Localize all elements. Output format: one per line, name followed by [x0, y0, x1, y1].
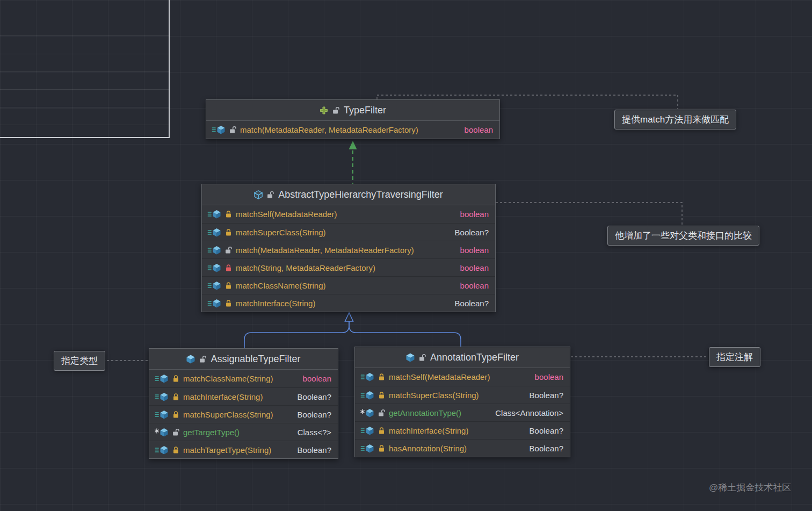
private-lock-icon	[225, 264, 232, 272]
interface-icon	[320, 106, 328, 115]
method-row[interactable]: matchTargetType(String) Boolean?	[149, 441, 338, 458]
method-icon	[360, 372, 374, 382]
method-row[interactable]: hasAnnotation(String) Boolean?	[355, 439, 570, 457]
method-icon	[212, 125, 226, 134]
row-divider	[0, 125, 169, 125]
class-node-assignable[interactable]: AssignableTypeFilter matchClassName(Stri…	[149, 348, 338, 459]
class-title: AssignableTypeFilter	[211, 354, 300, 365]
class-header: TypeFilter	[206, 100, 499, 121]
class-node-annotation[interactable]: AnnotationTypeFilter matchSelf(MetadataR…	[354, 347, 570, 457]
note-hierarchy[interactable]: 他增加了一些对父类和接口的比较	[607, 226, 759, 246]
method-return-type: Boolean?	[298, 410, 331, 419]
note-annotation[interactable]: 指定注解	[709, 347, 760, 367]
class-icon	[186, 355, 195, 364]
class-header: AssignableTypeFilter	[149, 349, 338, 370]
clipped-diagram-node	[0, 0, 170, 138]
method-row[interactable]: matchClassName(String) boolean	[202, 276, 495, 294]
method-return-type: Boolean?	[530, 444, 563, 453]
method-return-type: Boolean?	[298, 392, 331, 401]
public-lock-icon	[419, 354, 426, 362]
note-edge-abstract	[496, 203, 682, 225]
method-return-type: Class<?>	[298, 428, 331, 437]
method-signature: matchClassName(String)	[183, 374, 273, 383]
public-lock-icon	[378, 409, 385, 417]
method-icon	[207, 281, 221, 290]
diagram-canvas[interactable]: TypeFilter match(MetadataReader, Metadat…	[0, 0, 812, 511]
row-divider	[0, 71, 169, 72]
method-icon	[207, 246, 221, 255]
method-icon	[360, 426, 374, 435]
method-signature: matchSelf(MetadataReader)	[236, 210, 337, 219]
method-return-type: Boolean?	[530, 426, 563, 435]
method-signature: match(MetadataReader, MetadataReaderFact…	[236, 246, 414, 255]
method-return-type: Boolean?	[455, 299, 489, 308]
public-lock-icon	[199, 355, 206, 363]
public-lock-icon	[267, 191, 274, 199]
row-divider	[0, 107, 169, 107]
method-signature: matchInterface(String)	[236, 299, 315, 308]
method-row[interactable]: matchInterface(String) Boolean?	[149, 387, 338, 405]
method-row[interactable]: matchSuperClass(String) Boolean?	[149, 405, 338, 423]
method-icon	[155, 445, 169, 455]
method-icon	[360, 444, 374, 453]
method-icon	[360, 391, 374, 400]
public-lock-icon	[225, 246, 232, 254]
protected-lock-icon	[378, 427, 385, 435]
method-row[interactable]: matchSuperClass(String) Boolean?	[202, 223, 495, 241]
class-node-abstract-filter[interactable]: AbstractTypeHierarchyTraversingFilter ma…	[201, 184, 496, 312]
method-row[interactable]: matchClassName(String) boolean	[149, 370, 338, 387]
method-signature: getTargetType()	[183, 428, 240, 437]
method-icon	[207, 228, 221, 237]
class-title: AnnotationTypeFilter	[430, 352, 519, 363]
method-row[interactable]: matchInterface(String) Boolean?	[355, 421, 570, 439]
method-signature: matchInterface(String)	[183, 392, 263, 401]
method-row[interactable]: matchSelf(MetadataReader) boolean	[355, 368, 570, 386]
method-signature: getAnnotationType()	[389, 408, 461, 418]
realization-arrowhead-icon	[349, 141, 357, 149]
protected-lock-icon	[172, 393, 179, 401]
method-return-type: boolean	[460, 210, 489, 219]
method-return-type: boolean	[460, 281, 489, 290]
protected-lock-icon	[225, 228, 232, 236]
row-divider	[0, 35, 169, 36]
method-icon	[155, 374, 169, 383]
method-return-type: Boolean?	[455, 228, 489, 237]
method-return-type: boolean	[465, 125, 493, 134]
abstract-class-icon	[254, 190, 263, 199]
class-node-typefilter[interactable]: TypeFilter match(MetadataReader, Metadat…	[206, 99, 500, 139]
protected-lock-icon	[172, 375, 179, 383]
method-row[interactable]: match(MetadataReader, MetadataReaderFact…	[206, 121, 499, 139]
method-return-type: Boolean?	[530, 391, 563, 400]
class-header: AnnotationTypeFilter	[355, 347, 570, 368]
method-icon	[155, 410, 169, 419]
public-lock-icon	[229, 126, 236, 134]
protected-lock-icon	[225, 210, 232, 218]
extends-arrowhead-icon	[345, 313, 353, 321]
method-row[interactable]: match(MetadataReader, MetadataReaderFact…	[202, 241, 495, 258]
method-signature: matchInterface(String)	[389, 426, 468, 435]
protected-lock-icon	[225, 282, 232, 290]
method-row[interactable]: matchSelf(MetadataReader) boolean	[202, 205, 495, 223]
method-row[interactable]: match(String, MetadataReaderFactory) boo…	[202, 258, 495, 276]
final-method-icon	[155, 428, 169, 437]
method-signature: matchSuperClass(String)	[183, 410, 273, 419]
public-lock-icon	[332, 106, 339, 114]
method-row[interactable]: matchSuperClass(String) Boolean?	[355, 386, 570, 404]
watermark: @稀土掘金技术社区	[709, 481, 791, 494]
protected-lock-icon	[378, 391, 385, 399]
method-row[interactable]: matchInterface(String) Boolean?	[202, 294, 495, 312]
protected-lock-icon	[378, 444, 385, 452]
class-title: AbstractTypeHierarchyTraversingFilter	[278, 189, 443, 200]
row-divider	[0, 89, 169, 90]
method-signature: matchSuperClass(String)	[236, 228, 326, 237]
method-row[interactable]: getTargetType() Class<?>	[149, 423, 338, 441]
note-assignable[interactable]: 指定类型	[54, 351, 105, 371]
method-icon	[155, 392, 169, 401]
extends-edge-annotation	[349, 321, 461, 347]
method-signature: match(String, MetadataReaderFactory)	[236, 263, 375, 272]
note-match[interactable]: 提供match方法用来做匹配	[614, 110, 736, 129]
method-signature: matchSuperClass(String)	[389, 391, 479, 400]
protected-lock-icon	[172, 446, 179, 454]
method-return-type: boolean	[460, 246, 489, 255]
method-row[interactable]: getAnnotationType() Class<Annotation>	[355, 404, 570, 421]
